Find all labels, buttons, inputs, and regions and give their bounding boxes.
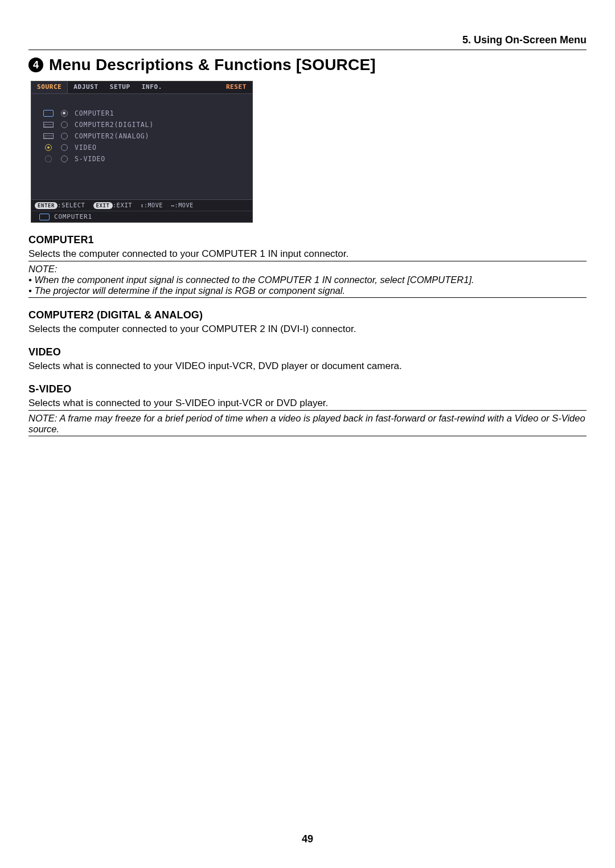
osd-tab-row: SOURCE ADJUST SETUP INFO. RESET [31,81,252,94]
monitor-icon [43,109,54,117]
osd-tab-source[interactable]: SOURCE [31,81,68,93]
section-heading-svideo: S-VIDEO [28,383,587,395]
section-heading-computer1: COMPUTER1 [28,234,587,246]
osd-source-item[interactable]: COMPUTER2(DIGITAL) [43,119,247,130]
osd-status-bar: COMPUTER1 [31,211,252,222]
osd-status-label: COMPUTER1 [54,213,92,220]
osd-source-item[interactable]: S-VIDEO [43,153,247,165]
section-heading-computer2: COMPUTER2 (DIGITAL & ANALOG) [28,309,587,321]
move-updown-hint: ↕:MOVE [140,202,163,208]
composite-icon [43,144,54,152]
divider [28,261,587,261]
chapter-heading: 5. Using On-Screen Menu [28,34,587,46]
monitor-icon [39,214,50,220]
osd-screenshot: SOURCE ADJUST SETUP INFO. RESET COMPUTER… [31,81,253,223]
note-item: NOTE: A frame may freeze for a brief per… [28,413,587,435]
osd-source-item[interactable]: COMPUTER1 [43,108,247,119]
divider [28,297,587,298]
note-item: The projector will determine if the inpu… [28,285,587,296]
radio-icon [61,155,68,162]
section-body: Selects what is connected to your VIDEO … [28,361,587,372]
osd-item-label: COMPUTER2(ANALOG) [75,132,149,140]
page-number: 49 [0,833,615,845]
exit-pill-icon: EXIT [93,202,113,209]
radio-icon [61,144,68,151]
radio-selected-icon [61,110,68,117]
divider [28,436,587,436]
osd-item-label: COMPUTER2(DIGITAL) [75,121,154,129]
section-body: Selects the computer connected to your C… [28,324,587,335]
section-number-badge: 4 [28,58,43,72]
osd-source-item[interactable]: VIDEO [43,142,247,153]
divider [28,50,587,50]
note-item: When the component input signal is conne… [28,275,587,285]
dvi-icon [43,121,54,129]
osd-tab-setup[interactable]: SETUP [104,81,136,93]
page-title: Menu Descriptions & Functions [SOURCE] [49,56,376,74]
note-heading: NOTE: [28,264,587,275]
section-body: Selects what is connected to your S-VIDE… [28,398,587,409]
svideo-icon [43,155,54,163]
osd-item-label: VIDEO [75,144,97,152]
divider [28,410,587,411]
section-body: Selects the computer connected to your C… [28,248,587,260]
dvi-icon [43,132,54,140]
move-leftright-hint: ↔:MOVE [171,202,194,208]
osd-hint-bar: ENTER:SELECT EXIT:EXIT ↕:MOVE ↔:MOVE [31,199,252,211]
radio-icon [61,121,68,128]
enter-pill-icon: ENTER [35,202,58,209]
radio-icon [61,133,68,140]
section-heading-video: VIDEO [28,346,587,358]
osd-tab-adjust[interactable]: ADJUST [68,81,104,93]
enter-hint: :SELECT [58,202,85,208]
osd-item-label: S-VIDEO [75,155,105,163]
exit-hint: :EXIT [113,202,133,208]
osd-source-item[interactable]: COMPUTER2(ANALOG) [43,130,247,142]
osd-tab-info[interactable]: INFO. [136,81,168,93]
osd-tab-reset[interactable]: RESET [220,81,252,93]
osd-item-label: COMPUTER1 [75,109,114,117]
